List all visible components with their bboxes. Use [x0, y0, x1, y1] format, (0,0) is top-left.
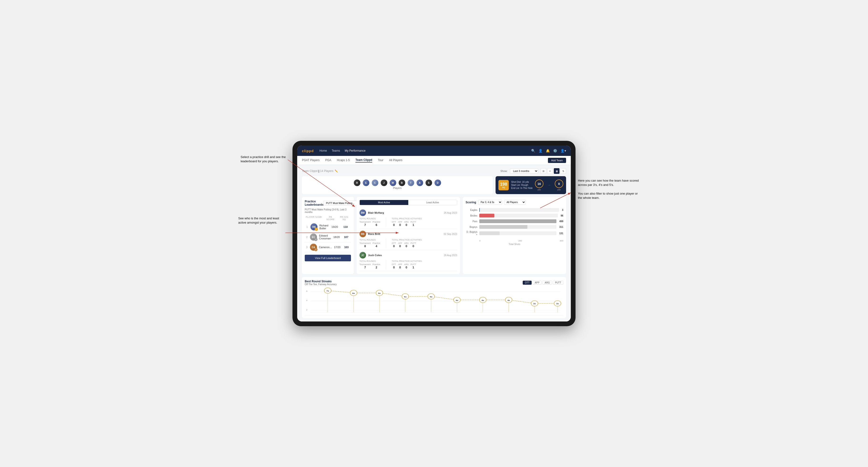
lb-col-player: PLAYER NAME	[306, 216, 323, 220]
person-icon[interactable]: 👤	[538, 149, 542, 153]
svg-text:4x: 4x	[456, 299, 458, 301]
show-select[interactable]: Last 3 months Last 6 months Last year	[510, 168, 538, 174]
team-header: Team Clippd | 14 Players ✏️ Show: Last 3…	[302, 168, 566, 174]
bar-value-eagles: 3	[562, 209, 563, 211]
practice-activities-group-1: Total Practice Activities OTT 0 APP	[392, 217, 422, 227]
sub-nav-all-players[interactable]: All Players	[389, 158, 402, 162]
table-row: 2 EC 2 Edward Crossman 18/20 107	[305, 232, 351, 242]
sub-nav-tour[interactable]: Tour	[378, 158, 383, 162]
svg-text:4x: 4x	[482, 299, 484, 301]
settings-icon[interactable]: ⚙️	[553, 149, 557, 153]
rounds-row-2: Tournament 8 Practice 4	[360, 242, 380, 248]
pa-stats-1: Total Rounds Tournament 7 Practice	[360, 217, 457, 227]
shot-badge-num: 198	[500, 182, 507, 186]
avatar-5[interactable]: M	[389, 179, 397, 187]
pa-avatar-2: RB	[360, 231, 366, 237]
add-team-button[interactable]: Add Team	[548, 158, 566, 163]
avatar-3[interactable]: C	[371, 179, 379, 187]
shot-badge: 198 SQ	[498, 180, 509, 190]
team-title: Team Clippd | 14 Players	[302, 169, 333, 173]
svg-text:5x: 5x	[404, 295, 407, 298]
svg-text:6x: 6x	[378, 292, 381, 294]
svg-text:4x: 4x	[507, 299, 510, 301]
shot-info: Shot Dist: 16 yds Start Lie: Rough End L…	[511, 181, 533, 190]
sub-nav-team-clippd[interactable]: Team Clippd	[355, 158, 372, 162]
avatar-2[interactable]: E	[362, 179, 370, 187]
sub-nav-pgat[interactable]: PGAT Players	[302, 158, 319, 162]
list-item: BM Blair McHarg 26 Aug 2023 Total Rounds	[360, 208, 457, 229]
svg-text:6: 6	[306, 290, 307, 292]
practice-stat-3: Practice 2	[373, 263, 380, 269]
player-filter[interactable]: All Players	[504, 200, 526, 205]
sub-nav-pga[interactable]: PGA	[325, 158, 331, 162]
avatar-8[interactable]: A	[416, 179, 424, 187]
tablet-screen: clippd Home Teams My Performance 🔍 👤 🔔 ⚙…	[297, 146, 571, 321]
view-full-leaderboard-button[interactable]: View Full Leaderboard	[305, 255, 351, 261]
rounds-row-1: Tournament 7 Practice 6	[360, 221, 380, 227]
lb-sq-3: 103	[343, 246, 350, 249]
nav-home[interactable]: Home	[319, 149, 327, 152]
nav-items: Home Teams My Performance	[319, 149, 526, 152]
shot-end-lie: End Lie: In The Hole	[511, 187, 533, 189]
search-icon[interactable]: 🔍	[531, 149, 535, 153]
bar-track-birdies	[479, 214, 558, 217]
shot-dots: 16 yds → 0 yds	[535, 180, 563, 191]
filter-app[interactable]: APP	[533, 281, 541, 285]
practice-activities-label-1: Total Practice Activities	[392, 217, 422, 220]
pa-header-3: JC Josh Coles 26 Aug 2023	[360, 252, 457, 258]
main-content: Team Clippd | 14 Players ✏️ Show: Last 3…	[297, 165, 571, 321]
app-stat-2: APP 0	[398, 242, 402, 248]
practice-activities-group-2: Total Practice Activities OTT 0 APP	[392, 239, 422, 248]
most-active-tab[interactable]: Most Active	[360, 200, 408, 205]
shot-left-label: yds	[537, 188, 541, 191]
practice-activities-label-2: Total Practice Activities	[392, 239, 422, 241]
filter-putt[interactable]: PUTT	[553, 281, 563, 285]
avatar-6[interactable]: B	[398, 179, 406, 187]
practice-stat-2: Practice 4	[373, 242, 380, 248]
sub-nav-hcaps[interactable]: Hcaps 1-5	[337, 158, 350, 162]
filter-ott[interactable]: OTT	[523, 281, 532, 285]
least-active-tab[interactable]: Least Active	[408, 200, 457, 205]
pa-date-1: 26 Aug 2023	[444, 212, 457, 214]
top-nav: clippd Home Teams My Performance 🔍 👤 🔔 ⚙…	[297, 146, 571, 156]
nav-icons: 🔍 👤 🔔 ⚙️ 👤▾	[531, 149, 566, 153]
app-stat-1: APP 0	[398, 221, 402, 227]
divider-2	[386, 239, 386, 248]
view-list-icon[interactable]: ≡	[547, 168, 553, 174]
bell-icon[interactable]: 🔔	[546, 149, 550, 153]
divider-3	[386, 260, 386, 269]
pa-name-2: Rees Britt	[368, 232, 442, 236]
lb-name-1: Richard Butler	[319, 224, 328, 230]
view-card-icon[interactable]: ▦	[554, 168, 559, 174]
drill-subtitle: PUTT Must Make Putting (3-6 ft), Last 3 …	[305, 208, 351, 214]
view-sort-icon[interactable]: ⇅	[560, 168, 566, 174]
filter-arg[interactable]: ARG	[542, 281, 552, 285]
shot-dot-right: 0 yds	[555, 180, 563, 191]
app-stat-3: APP 0	[398, 263, 402, 269]
avatar-4[interactable]: J	[380, 179, 388, 187]
tournament-stat-2: Tournament 8	[360, 242, 371, 248]
bar-label-eagles: Eagles	[466, 209, 477, 211]
bar-fill-bogeys	[479, 225, 527, 229]
badge-bronze-3: 3	[314, 248, 317, 251]
bottom-title-group: Best Round Streaks Off The Tee, Fairway …	[305, 280, 337, 286]
nav-my-performance[interactable]: My Performance	[345, 149, 366, 152]
nav-teams[interactable]: Teams	[332, 149, 340, 152]
tournament-stat-3: Tournament 7	[360, 263, 371, 269]
shot-dot-left: 16 yds	[535, 180, 544, 191]
par-filter[interactable]: Par 3, 4 & 5s	[478, 200, 502, 205]
view-grid-icon[interactable]: ⊞	[540, 168, 546, 174]
practice-activities-row-3: OTT 0 APP 0 ARG	[392, 263, 422, 269]
practice-activities-row-2: OTT 0 APP 0 ARG	[392, 242, 422, 248]
avatar-10[interactable]: D	[434, 179, 441, 187]
avatar-icon[interactable]: 👤▾	[560, 149, 566, 153]
bar-row-eagles: Eagles 3	[466, 208, 563, 212]
edit-icon[interactable]: ✏️	[335, 169, 338, 173]
lb-name-2: Edward Crossman	[319, 234, 331, 240]
avatar-1[interactable]: R	[353, 179, 361, 187]
practice-activities-label-3: Total Practice Activities	[392, 260, 422, 262]
svg-text:3x: 3x	[533, 303, 536, 305]
avatar-9[interactable]: S	[425, 179, 433, 187]
svg-text:2: 2	[306, 309, 307, 311]
avatar-7[interactable]: T	[407, 179, 415, 187]
